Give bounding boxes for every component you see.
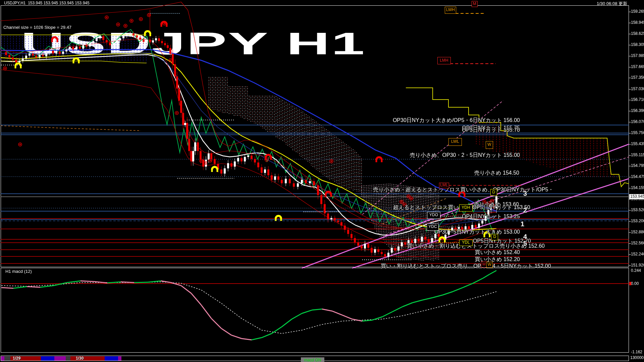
price-axis-label: 156.070 [631, 119, 644, 124]
price-axis-label: 158.945 [631, 20, 644, 25]
rank-number: 5 [523, 240, 527, 247]
order-level-annotation: OP3日NYカット 155.70 [462, 127, 520, 134]
price-axis-label: 154.795 [631, 163, 644, 168]
pivot-tag-box: YDO [427, 212, 440, 219]
order-level-annotation: 売り小さめ 154.50 [474, 170, 519, 177]
pivot-tag-box: LMH [437, 57, 451, 64]
macd-indicator-label: H1 macd (12) [5, 269, 32, 274]
current-price-tag: 153.945 [629, 194, 644, 199]
price-axis-label: 159.265 [631, 9, 644, 14]
channel-info-label: Channel size = 1026 Slope = 29.47 [3, 25, 71, 30]
scrollbar-segment[interactable] [4, 356, 10, 361]
symbol-quote-header: USDJPY,H1 153.945 153.945 153.945 153.94… [4, 1, 90, 5]
order-level-annotation: OP30日NYカット大きめ/OP5・6日NYカット 156.00 [393, 117, 520, 124]
price-axis-label: 157.350 [631, 75, 644, 80]
price-axis-label: 153.520 [631, 207, 644, 212]
scrollbar-segment[interactable] [54, 356, 66, 361]
pivot-tag-box: D [490, 189, 497, 196]
pivot-tag-box: W [486, 262, 493, 268]
scrollbar-segment[interactable] [1, 356, 4, 361]
scrollbar-segment[interactable] [66, 356, 70, 361]
order-level-annotation: 売り小さめ、OP30・2・5日NYカット 155.00 [410, 152, 520, 159]
price-axis-label: 158.305 [631, 42, 644, 47]
pivot-tag-box: LML [439, 183, 449, 188]
rank-number: 3 [523, 190, 527, 197]
pivot-tag-box: LWL [448, 138, 462, 146]
update-button[interactable]: 更新 [619, 1, 627, 6]
order-level-annotation: OP4日NYカット 153.25 [462, 213, 520, 220]
price-axis-label: 152.240 [631, 252, 644, 256]
pivot-tag-box: YDC [427, 224, 439, 231]
order-level-annotation: OP5日NYカット 153.50 [472, 204, 530, 211]
order-level-annotation: 買い・割り込むとストップロス売り、OP30・4・5日NYカット 152.00 [381, 263, 551, 270]
price-axis-label: 151.920 [631, 263, 644, 267]
pivot-tag-box: LWH [445, 7, 456, 14]
pivot-tag-box: M [472, 1, 478, 7]
trading-chart-window: USDJPY H1 USDJPY,H1 153.945 153.945 153.… [0, 0, 644, 362]
pivot-tag-box: YDL [459, 240, 473, 246]
order-level-annotation: 買い小さめ 152.40 [475, 249, 520, 256]
update-time-header: 1/30 06:08 更新 [597, 1, 627, 7]
price-axis-label: 152.560 [631, 241, 644, 245]
price-axis-label: 152.880 [631, 230, 644, 234]
scrollbar-date-label: 1/29 [13, 356, 20, 361]
pivot-tag-box: D [491, 234, 498, 240]
macd-value-zero: 0.00 [631, 281, 639, 286]
price-axis-label: 155.115 [631, 153, 644, 157]
chart-scale-label: 130000 [630, 355, 644, 360]
price-axis-label: 158.625 [631, 31, 644, 36]
scrollbar-segment[interactable] [105, 356, 118, 361]
scrollbar-segment[interactable] [41, 356, 54, 361]
pivot-tag-box: YDH [459, 204, 473, 212]
macd-value-top: 0.244 [631, 268, 641, 273]
price-axis-label: 157.030 [631, 86, 644, 91]
update-time: 1/30 06:08 [597, 1, 617, 6]
price-axis-label: 156.710 [631, 97, 644, 102]
price-axis-label: 156.390 [631, 108, 644, 113]
macd-toggle-button[interactable]: macd ON [301, 357, 324, 362]
rank-number: 2 [523, 206, 527, 214]
price-chart-canvas[interactable] [0, 0, 644, 362]
macd-value-bottom: -1.162 [631, 350, 642, 354]
price-axis-label: 157.985 [631, 53, 644, 58]
price-axis-label: 155.435 [631, 141, 644, 146]
pivot-tag-box: W [486, 141, 493, 149]
price-axis-label: 153.200 [631, 219, 644, 223]
order-level-annotation: OP30・5日NYカット大きめ 153.00 [434, 229, 520, 236]
scrollbar-date-label: 1/30 [76, 356, 84, 361]
price-axis-label: 154.155 [631, 185, 644, 190]
price-axis-label: 154.475 [631, 174, 644, 179]
price-axis-label: 157.665 [631, 64, 644, 69]
rank-number: 1 [521, 220, 524, 228]
price-axis-label: 155.750 [631, 130, 644, 135]
scrollbar-segment[interactable] [118, 356, 121, 361]
